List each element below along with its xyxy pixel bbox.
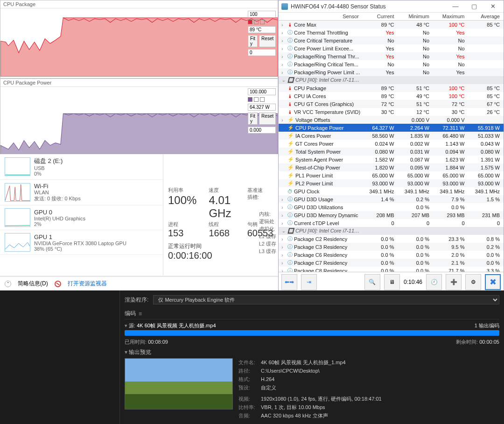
hw-sensor-row[interactable]: ⚡ PL1 Power Limit65.000 W65.000 W65.000 … (279, 171, 504, 179)
tm-item-title: GPU 1 (34, 233, 126, 240)
hw-sensor-row[interactable]: ›ⓘ Package C3 Residency0.0 %0.0 %9.5 %0.… (279, 243, 504, 251)
add-button[interactable]: ➕ (446, 274, 462, 290)
timer: 0:10:46 (404, 279, 422, 285)
hw-sensor-row[interactable]: ›ⓘ Package/Ring Critical Tem...NoNoNo (279, 60, 504, 68)
clock-button[interactable]: 🕘 (426, 274, 442, 290)
tm-item-title: Wi-Fi (34, 183, 81, 190)
hw-sensor-row[interactable]: 🌡 VR VCC Temperature (SVID)30 °C12 °C30 … (279, 108, 504, 116)
cpu-speed: 4.01 GHz (209, 194, 235, 220)
hw-sensor-row[interactable]: ›ⓘ GPU D3D Usage1.4 %0.2 %7.9 %1.5 % (279, 195, 504, 203)
hw-sensor-row[interactable]: 🌡 CPU Package89 °C51 °C100 °C85 °C (279, 84, 504, 92)
meta-path: C:\Users\CPCW\Desktop\ (261, 368, 320, 374)
network-button[interactable]: 🖥 (384, 274, 400, 290)
encode-progress (125, 330, 499, 336)
hw-sensor-row[interactable]: ›ⓘ GPU D3D Utilizations0.0 %0.0 % (279, 203, 504, 211)
hw-group-header[interactable]: ⌄ 🔲 CPU [#0]: Intel Core i7-11… (279, 76, 504, 84)
expand-icon[interactable]: › (281, 117, 286, 123)
expand-icon[interactable]: › (281, 212, 286, 218)
hw-sensor-row[interactable]: ⚡ GT Cores Power0.024 W0.002 W1.143 W0.0… (279, 140, 504, 148)
hw-sensor-row[interactable]: 🌡 CPU IA Cores89 °C49 °C100 °C85 °C (279, 92, 504, 100)
cpu-util: 100% (168, 194, 196, 207)
hw-sensor-row[interactable]: ⚡ CPU Package Power64.327 W2.264 W72.311… (279, 124, 504, 132)
hwinfo-window: HWiNFO64 v7.04-4480 Sensor Status — ▢ ✕ … (278, 0, 504, 292)
forbid-icon (55, 281, 61, 287)
hw-sensor-row[interactable]: ›ⓘ Current cTDP Level0000 (279, 219, 504, 227)
hw-sensor-row[interactable]: ⚡ IA Cores Power58.560 W1.835 W66.480 W5… (279, 132, 504, 140)
series-toggle[interactable] (260, 20, 265, 24)
expand-icon[interactable]: › (281, 22, 286, 28)
hw-sensor-row[interactable]: ›ⓘ Package C7 Residency0.0 %0.0 %2.1 %0.… (279, 259, 504, 267)
sparkline-icon (5, 183, 30, 202)
fit-y-button[interactable]: Fit y (248, 35, 258, 47)
hw-sensor-row[interactable]: ⚡ System Agent Power1.582 W0.087 W1.623 … (279, 155, 504, 163)
settings-button[interactable]: ⚙ (465, 274, 481, 290)
expand-icon[interactable]: › (281, 62, 286, 67)
tm-item-gpu0[interactable]: GPU 0Intel(R) UHD Graphics2% (0, 205, 163, 230)
expand-icon[interactable]: › (281, 220, 286, 226)
close-button[interactable]: ✕ (485, 3, 501, 10)
expand-icon[interactable]: › (281, 46, 286, 51)
expand-icon[interactable]: › (281, 268, 286, 272)
series-toggle[interactable] (260, 97, 265, 102)
hw-sensor-row[interactable]: ⚡ PL2 Power Limit93.000 W93.000 W93.000 … (279, 179, 504, 187)
tm-item-title: 磁盘 2 (E:) (34, 157, 63, 165)
hw-sensor-row[interactable]: ⏱ GPU Clock349.1 MHz349.1 MHz349.1 MHz34… (279, 187, 504, 195)
expand-icon[interactable]: › (281, 236, 286, 242)
renderer-select[interactable]: 仅 Mercury Playback Engine 软件 (153, 295, 499, 304)
maximize-button[interactable]: ▢ (466, 3, 482, 10)
hw-sensor-row[interactable]: 🌡 CPU GT Cores (Graphics)72 °C51 °C72 °C… (279, 100, 504, 108)
disclosure-icon[interactable]: ▾ (125, 349, 129, 355)
expand-icon[interactable]: › (281, 260, 286, 266)
hw-group-header[interactable]: ⌄ 🔲 CPU [#0]: Intel Core i7-11… (279, 227, 504, 235)
hw-sensor-row[interactable]: ›ⓘ Package/Ring Power Limit ...YesNoYes (279, 68, 504, 76)
hw-sensor-row[interactable]: ›ⓘ Package C8 Residency0.0 %0.0 %71.7 %3… (279, 267, 504, 272)
tm-item-disk2[interactable]: 磁盘 2 (E:)USB0% (0, 154, 163, 180)
fit-y-button[interactable]: Fit y (248, 113, 258, 125)
minimize-button[interactable]: — (448, 3, 463, 10)
hw-sensor-row[interactable]: ⚡ Rest-of-Chip Power1.820 W0.095 W1.884 … (279, 163, 504, 171)
hw-sensor-row[interactable]: ›ⓘ Core Critical TemperatureNoNoNo (279, 36, 504, 44)
expand-icon[interactable]: › (281, 30, 286, 35)
expand-icon[interactable]: › (281, 54, 286, 59)
cpu-pkg-power-chart (0, 87, 278, 155)
preview-header: 输出预览 (129, 349, 151, 355)
search-button[interactable]: 🔍 (364, 274, 380, 290)
open-resmon-link[interactable]: 打开资源监视器 (68, 280, 107, 288)
hw-sensor-row[interactable]: ›⚡ Voltage Offsets0.000 V0.000 V (279, 116, 504, 124)
remaining-time: 00:00:05 (479, 339, 499, 345)
expand-icon[interactable]: › (281, 252, 286, 258)
series-toggle[interactable] (254, 97, 259, 102)
hw-sensor-row[interactable]: ›ⓘ Core Thermal ThrottlingYesNoYes (279, 28, 504, 36)
sparkline-icon (5, 208, 30, 227)
hw-sensor-row[interactable]: ›ⓘ Package C2 Residency0.0 %0.0 %23.3 %0… (279, 235, 504, 243)
expand-icon[interactable]: › (281, 38, 286, 43)
reset-button[interactable]: Reset (259, 35, 276, 47)
reset-button[interactable]: Reset (259, 113, 276, 125)
encode-panel-header: 编码 (125, 310, 136, 318)
brief-info-button[interactable]: 简略信息(D) (18, 280, 48, 288)
meta-video: 1920x1080 (1.0), 24 fps, 逐行, 硬件编码, 00:18… (261, 396, 382, 402)
hw-sensor-row[interactable]: ›ⓘ Core Power Limit Excee...YesNoNo (279, 44, 504, 52)
stop-button[interactable]: ✖ (485, 274, 501, 290)
disclosure-icon[interactable]: ▾ (125, 323, 129, 328)
tm-item-title: GPU 0 (34, 209, 85, 216)
expand-icon[interactable]: › (281, 244, 286, 250)
series-toggle[interactable] (254, 20, 259, 24)
meta-filename: 4K 60帧 风景视频 无人机拍摄_1.mp4 (261, 360, 346, 365)
tm-item-gpu1[interactable]: GPU 1NVIDIA GeForce RTX 3080 Laptop GPU3… (0, 230, 163, 255)
hw-sensor-row[interactable]: ›ⓘ Package/Ring Thermal Thr...YesNoYes (279, 52, 504, 60)
expand-icon[interactable]: › (281, 197, 286, 202)
hw-sensor-row[interactable]: ›🌡 Core Max89 °C48 °C100 °C85 °C (279, 21, 504, 28)
tm-item-wifi[interactable]: Wi-FiWLAN发送: 0 接收: 0 Kbps (0, 180, 163, 205)
collapse-icon[interactable]: ˄ (5, 281, 11, 287)
nav-back-forward-button[interactable]: ⬅➡ (281, 274, 297, 290)
nav-skip-button[interactable]: ⇥ (301, 274, 317, 290)
hw-column-header[interactable]: SensorCurrentMinimumMaximumAverage (279, 13, 504, 21)
output-count: 1 输出编码 (475, 322, 499, 329)
hw-sensor-row[interactable]: ›ⓘ GPU D3D Memory Dynamic208 MB207 MB293… (279, 211, 504, 219)
expand-icon[interactable]: › (281, 70, 286, 75)
hw-sensor-row[interactable]: ⚡ Total System Power0.080 W0.031 W0.094 … (279, 148, 504, 155)
expand-icon[interactable]: › (281, 205, 286, 210)
preview-thumbnail (125, 358, 233, 410)
hw-sensor-row[interactable]: ›ⓘ Package C6 Residency0.0 %0.0 %2.0 %0.… (279, 251, 504, 259)
